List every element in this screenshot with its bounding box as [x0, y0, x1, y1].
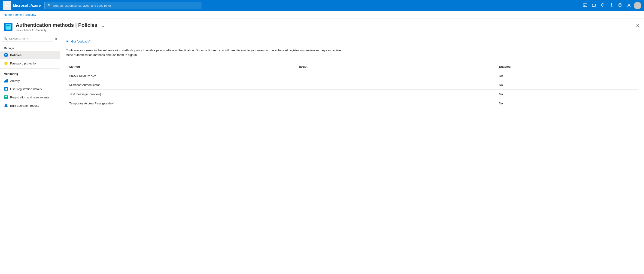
- notifications-button[interactable]: [599, 1, 606, 10]
- breadcrumb-sep-3: ›: [38, 14, 38, 16]
- sidebar-collapse-button[interactable]: «: [54, 36, 58, 42]
- svg-rect-14: [5, 54, 7, 54]
- svg-rect-23: [6, 88, 8, 89]
- main-layout: Home › Ionic › Security › Authenti: [0, 11, 644, 274]
- method-cell: Temporary Access Pass (preview): [66, 99, 295, 108]
- cloud-shell-button[interactable]: [581, 1, 589, 10]
- sidebar-item-user-reg-label: User registration details: [10, 87, 56, 91]
- svg-rect-27: [6, 96, 8, 97]
- svg-rect-11: [6, 26, 9, 27]
- feedback-label: Got feedback?: [71, 40, 91, 43]
- policies-icon: [4, 53, 8, 57]
- body-area: 🔍 « Manage Policies: [0, 34, 644, 274]
- sidebar-item-user-registration[interactable]: User registration details: [0, 85, 60, 93]
- global-search[interactable]: 🔍: [44, 2, 202, 9]
- sidebar-item-bulk-operations[interactable]: Bulk operation results: [0, 102, 60, 110]
- svg-rect-10: [6, 26, 10, 26]
- sidebar-item-activity-label: Activity: [10, 79, 56, 82]
- table-body: FIDO2 Security Key No Microsoft Authenti…: [66, 71, 638, 108]
- breadcrumb-sep-2: ›: [23, 14, 24, 16]
- sidebar: 🔍 « Manage Policies: [0, 34, 60, 274]
- sidebar-item-reg-reset-label: Registration and reset events: [10, 96, 56, 99]
- page-subtitle: Ionic - Azure AD Security: [16, 29, 635, 32]
- sidebar-item-bulk-label: Bulk operation results: [10, 104, 56, 108]
- app-logo: Microsoft Azure: [13, 4, 41, 8]
- sidebar-search[interactable]: 🔍: [2, 36, 53, 42]
- sidebar-item-password-label: Password protection: [10, 62, 56, 65]
- svg-rect-24: [6, 89, 7, 90]
- sidebar-item-policies-label: Policies: [10, 53, 56, 57]
- col-method-header: Method: [66, 62, 295, 71]
- table-header: Method Target Enabled: [66, 62, 638, 71]
- svg-rect-22: [4, 88, 6, 90]
- page-header: Authentication methods | Policies ... Io…: [0, 18, 644, 34]
- close-button[interactable]: ✕: [635, 22, 640, 29]
- svg-point-31: [5, 105, 6, 106]
- svg-rect-17: [4, 81, 5, 82]
- reg-reset-events-icon: [4, 95, 8, 100]
- breadcrumb: Home › Ionic › Security ›: [0, 11, 644, 18]
- policies-table: Method Target Enabled FIDO2 Security Key…: [66, 62, 638, 108]
- description-text: Configure your users in the authenticati…: [66, 48, 343, 57]
- topbar: ☰ Microsoft Azure 🔍: [0, 0, 644, 11]
- feedback-bar[interactable]: Got feedback?: [66, 38, 638, 45]
- sidebar-search-row: 🔍 «: [0, 34, 60, 44]
- svg-rect-18: [5, 80, 6, 82]
- sidebar-item-password-protection[interactable]: Password protection: [0, 59, 60, 68]
- breadcrumb-security[interactable]: Security: [26, 13, 36, 16]
- sidebar-search-input[interactable]: [9, 37, 51, 41]
- col-enabled-header: Enabled: [495, 62, 638, 71]
- password-protection-icon: [4, 61, 8, 66]
- search-input[interactable]: [53, 4, 198, 8]
- breadcrumb-ionic[interactable]: Ionic: [15, 13, 22, 16]
- topbar-icons: [581, 1, 641, 10]
- method-cell: FIDO2 Security Key: [66, 71, 295, 80]
- avatar[interactable]: [634, 2, 641, 9]
- breadcrumb-sep-1: ›: [13, 14, 14, 16]
- user-registration-icon: [4, 87, 8, 91]
- target-cell: [295, 99, 495, 108]
- feedback-topbar-button[interactable]: [625, 1, 633, 10]
- enabled-cell: No: [495, 71, 638, 80]
- activity-icon: [4, 78, 8, 83]
- bulk-operations-icon: [4, 103, 8, 108]
- svg-rect-29: [6, 98, 8, 98]
- directory-button[interactable]: [590, 1, 598, 10]
- manage-section-label: Manage: [0, 44, 60, 51]
- help-button[interactable]: [616, 1, 624, 10]
- method-cell: Text message (preview): [66, 90, 295, 99]
- svg-rect-20: [8, 79, 8, 82]
- svg-rect-19: [6, 80, 7, 82]
- method-cell: Microsoft Authenticator: [66, 80, 295, 90]
- hamburger-button[interactable]: ☰: [3, 1, 11, 10]
- table-row[interactable]: Temporary Access Pass (preview) No: [66, 99, 638, 108]
- table-row[interactable]: Microsoft Authenticator No: [66, 80, 638, 90]
- sidebar-item-reg-reset-events[interactable]: Registration and reset events: [0, 93, 60, 102]
- svg-rect-2: [592, 4, 596, 6]
- svg-rect-25: [4, 96, 8, 99]
- col-target-header: Target: [295, 62, 495, 71]
- enabled-cell: No: [495, 90, 638, 99]
- settings-button[interactable]: [608, 1, 615, 10]
- target-cell: [295, 90, 495, 99]
- svg-rect-16: [5, 56, 6, 56]
- sidebar-item-activity[interactable]: Activity: [0, 76, 60, 85]
- table-row[interactable]: FIDO2 Security Key No: [66, 71, 638, 80]
- breadcrumb-home[interactable]: Home: [4, 13, 12, 16]
- main-content: Got feedback? Configure your users in th…: [60, 34, 644, 274]
- page-header-text: Authentication methods | Policies ... Io…: [16, 22, 635, 32]
- content-panel: Home › Ionic › Security › Authenti: [0, 11, 644, 274]
- svg-point-7: [636, 4, 638, 6]
- svg-point-6: [628, 4, 630, 5]
- target-cell: [295, 71, 495, 80]
- page-icon: [4, 22, 13, 32]
- svg-point-32: [7, 105, 8, 106]
- enabled-cell: No: [495, 99, 638, 108]
- enabled-cell: No: [495, 80, 638, 90]
- svg-point-5: [620, 6, 620, 6]
- sidebar-item-policies[interactable]: Policies: [0, 51, 60, 59]
- monitoring-section-label: Monitoring: [0, 70, 60, 76]
- table-row[interactable]: Text message (preview) No: [66, 90, 638, 99]
- more-button[interactable]: ...: [99, 22, 105, 28]
- svg-point-3: [611, 4, 612, 6]
